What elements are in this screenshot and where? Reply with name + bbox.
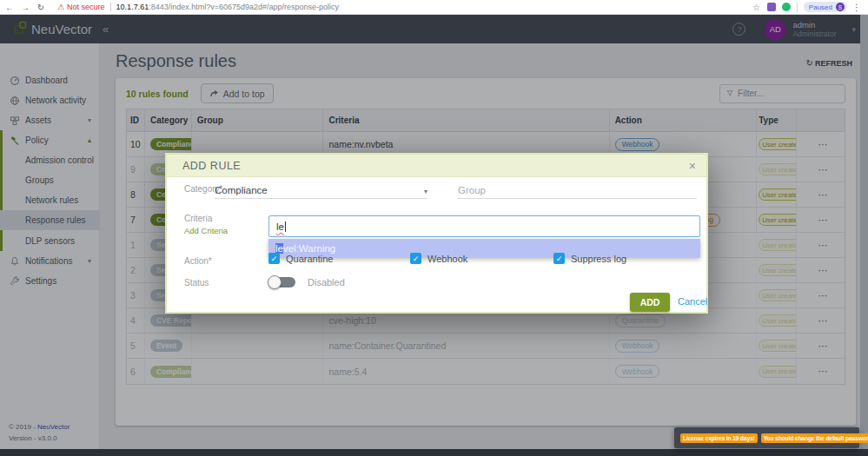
screen: ← → ↻ ⚠ Not secure 10.1.7.61 :8443/index… [0, 0, 868, 456]
category-value: Compliance [215, 185, 268, 195]
checkbox-suppress-log[interactable]: ✓ Suppress log [553, 253, 626, 264]
checkbox-checked-icon: ✓ [268, 253, 280, 264]
profile-avatar: S [836, 3, 845, 11]
toggle-knob [268, 275, 282, 289]
browser-menu-icon[interactable]: ⋮ [852, 3, 861, 12]
add-rule-modal: ADD RULE × Category* Compliance ▾ Group … [165, 153, 708, 314]
modal-title: ADD RULE [182, 160, 241, 172]
bookmark-star-icon[interactable]: ☆ [752, 3, 760, 12]
password-warning-badge: You should change the default password! [761, 433, 868, 443]
extension-icon[interactable] [767, 3, 776, 11]
not-secure-label: Not secure [67, 3, 105, 11]
extension-icon[interactable] [782, 3, 791, 11]
criteria-label: Criteria [184, 214, 212, 223]
status-label: Status [184, 278, 209, 287]
checkbox-label: Quarantine [286, 254, 333, 264]
divider [797, 3, 798, 12]
url-divider [110, 3, 111, 11]
address-bar[interactable]: ⚠ Not secure 10.1.7.61 :8443/index.html?… [57, 3, 752, 11]
checkbox-quarantine[interactable]: ✓ Quarantine [268, 253, 333, 264]
modal-header: ADD RULE × [167, 155, 706, 177]
criteria-suggestion-option[interactable]: level:Warning [268, 239, 700, 258]
url-host: 10.1.7.61 [116, 3, 149, 11]
browser-back-icon[interactable]: ← [3, 3, 16, 12]
url-path: :8443/index.html?v=60675d9a2d#/app/respo… [149, 3, 339, 11]
group-field[interactable]: Group [458, 180, 697, 199]
criteria-typed-text: le [276, 221, 286, 232]
paused-badge[interactable]: Paused S [804, 2, 847, 12]
paused-label: Paused [809, 3, 832, 11]
browser-forward-icon[interactable]: → [19, 3, 31, 12]
select-caret-icon: ▾ [424, 188, 427, 195]
browser-chrome: ← → ↻ ⚠ Not secure 10.1.7.61 :8443/index… [0, 0, 868, 15]
group-placeholder: Group [458, 185, 486, 195]
browser-controls: ☆ Paused S ⋮ [752, 2, 865, 12]
not-secure-warning-icon: ⚠ [57, 3, 64, 11]
cancel-button[interactable]: Cancel [678, 296, 707, 307]
browser-reload-icon[interactable]: ↻ [35, 3, 47, 12]
checkbox-label: Suppress log [571, 254, 626, 264]
add-criteria-link[interactable]: Add Criteria [184, 226, 228, 235]
status-toggle[interactable] [269, 277, 295, 287]
criteria-input[interactable]: le [268, 215, 700, 237]
notification-toast: License expires in 19 days! You should c… [674, 427, 859, 448]
checkbox-label: Webhook [427, 254, 467, 264]
category-select[interactable]: Compliance ▾ [215, 180, 427, 199]
add-button[interactable]: ADD [630, 293, 670, 312]
status-value: Disabled [308, 277, 345, 287]
checkbox-webhook[interactable]: ✓ Webhook [410, 253, 467, 264]
license-warning-badge: License expires in 19 days! [680, 433, 758, 443]
action-label: Action* [184, 256, 212, 266]
checkbox-checked-icon: ✓ [410, 253, 421, 264]
checkbox-checked-icon: ✓ [553, 253, 565, 264]
close-icon[interactable]: × [689, 160, 696, 172]
